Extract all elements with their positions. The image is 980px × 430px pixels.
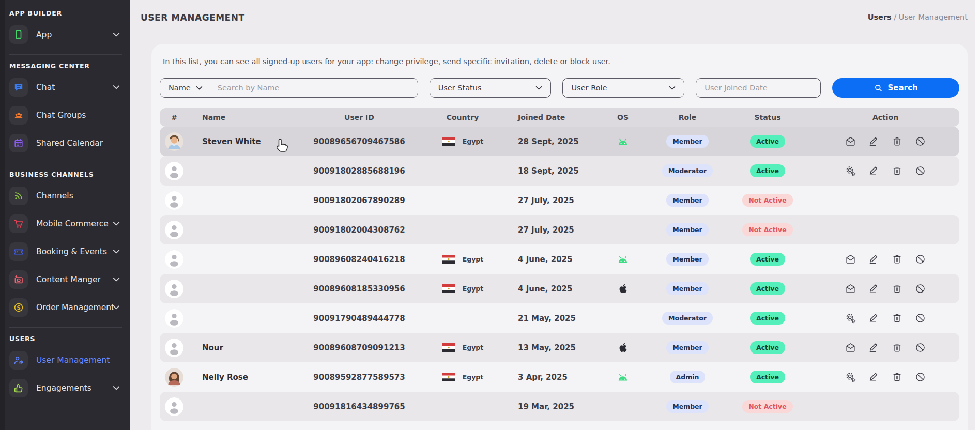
user-settings-button[interactable] [845, 372, 856, 382]
sidebar-item-label: Booking & Events [36, 247, 107, 256]
edit-user-button[interactable] [868, 372, 879, 382]
sidebar-item-booking-events[interactable]: Booking & Events [9, 240, 123, 263]
sidebar-item-chat[interactable]: Chat [9, 76, 123, 99]
search-button[interactable]: Search [832, 78, 959, 98]
android-icon [594, 255, 651, 264]
chevron-down-icon [113, 386, 120, 391]
header-name: Name [189, 113, 300, 121]
table-row[interactable]: 90091790489444778 21 May, 2025 Moderator… [160, 303, 959, 333]
search-input[interactable] [210, 84, 418, 92]
sidebar-item-chat-groups[interactable]: Chat Groups [9, 104, 123, 127]
table-row[interactable]: 90091802885688196 18 Sept, 2025 Moderato… [160, 156, 959, 186]
user-id: 90089656709467586 [300, 137, 419, 146]
block-user-button[interactable] [915, 313, 926, 324]
avatar [160, 280, 189, 298]
main-content: USER MANAGEMENT Users / User Management … [130, 0, 980, 430]
delete-user-button[interactable] [892, 136, 902, 147]
edit-user-button[interactable] [868, 283, 879, 294]
send-invitation-button[interactable] [845, 254, 856, 265]
search-icon [874, 84, 883, 93]
block-user-button[interactable] [915, 254, 926, 265]
user-role-select[interactable]: User Role [562, 78, 684, 98]
table-row[interactable]: 90089608240416218 Egypt 4 June, 2025 Mem… [160, 244, 959, 274]
table-row[interactable]: 90091816434899765 19 Mar, 2025 Member No… [160, 392, 959, 421]
send-invitation-button[interactable] [845, 136, 856, 147]
delete-user-button[interactable] [892, 283, 902, 294]
header-country: Country [419, 113, 507, 121]
delete-user-button[interactable] [892, 254, 902, 265]
status-badge: Not Active [742, 223, 792, 236]
joined-date: 28 Sept, 2025 [507, 137, 594, 146]
block-user-button[interactable] [915, 283, 926, 294]
block-user-button[interactable] [915, 372, 926, 382]
joined-date: 4 June, 2025 [507, 255, 594, 264]
sidebar-item-app[interactable]: App [9, 23, 123, 46]
trash-icon [892, 313, 902, 324]
edit-icon [868, 136, 879, 147]
role-badge: Moderator [662, 312, 713, 325]
user-name: Steven White [202, 137, 261, 146]
block-user-button[interactable] [915, 136, 926, 147]
delete-user-button[interactable] [892, 342, 902, 353]
country-label: Egypt [463, 344, 484, 351]
page-title: USER MANAGEMENT [141, 12, 245, 23]
table-row[interactable]: 90091802004308762 27 July, 2025 Member N… [160, 215, 959, 244]
search-field-selector[interactable]: Name [160, 79, 210, 97]
role-badge: Member [666, 341, 709, 354]
delete-user-button[interactable] [892, 165, 902, 176]
user-status-select[interactable]: User Status [430, 78, 552, 98]
user-settings-button[interactable] [845, 313, 856, 324]
edit-user-button[interactable] [868, 313, 879, 324]
breadcrumb-parent[interactable]: Users [868, 13, 892, 21]
sidebar-item-order-management[interactable]: Order Management [9, 296, 123, 319]
block-icon [915, 254, 926, 265]
chevron-down-icon [113, 32, 120, 37]
table-row[interactable]: Steven White 90089656709467586 Egypt 28 … [160, 127, 959, 156]
rss-icon [9, 187, 28, 205]
people-icon [9, 106, 28, 125]
role-badge: Member [666, 223, 709, 236]
sidebar-item-channels[interactable]: Channels [9, 185, 123, 207]
edit-user-button[interactable] [868, 165, 879, 176]
edit-user-button[interactable] [868, 254, 879, 265]
delete-user-button[interactable] [892, 313, 902, 324]
send-invitation-button[interactable] [845, 342, 856, 353]
edit-icon [868, 254, 879, 265]
block-user-button[interactable] [915, 165, 926, 176]
table-row[interactable]: 90089608185330956 Egypt 4 June, 2025 Mem… [160, 274, 959, 303]
mail-icon [845, 136, 856, 147]
status-badge: Active [750, 282, 785, 295]
edit-user-button[interactable] [868, 342, 879, 353]
name-search-combo: Name [160, 78, 418, 98]
egypt-flag-icon [442, 255, 455, 264]
chevron-down-icon [196, 86, 203, 90]
user-settings-button[interactable] [845, 165, 856, 176]
sidebar-item-engagements[interactable]: Engagements [9, 377, 123, 400]
sidebar-divider [9, 163, 122, 163]
joined-date: 18 Sept, 2025 [507, 166, 594, 176]
breadcrumb: Users / User Management [868, 13, 968, 21]
sidebar-item-mobile-commerce[interactable]: Mobile Commerce [9, 212, 123, 235]
status-badge: Active [750, 371, 785, 383]
breadcrumb-current: User Management [899, 13, 968, 21]
sidebar-item-content-manger[interactable]: Content Manger [9, 268, 123, 291]
scrollbar[interactable] [975, 0, 980, 430]
sidebar-item-shared-calendar[interactable]: Shared Calendar [9, 132, 123, 155]
table-row[interactable]: 90091802067890289 27 July, 2025 Member N… [160, 186, 959, 215]
table-row[interactable]: Nour 90089608709091213 Egypt 13 May, 202… [160, 333, 959, 362]
block-user-button[interactable] [915, 342, 926, 353]
table-row[interactable]: Nelly Rose 90089592877589573 Egypt 3 Apr… [160, 362, 959, 392]
gear-icon [845, 165, 856, 176]
user-id: 90091802885688196 [300, 166, 419, 176]
egypt-flag-icon [442, 284, 455, 293]
joined-date-input[interactable] [696, 78, 821, 98]
country-label: Egypt [463, 285, 484, 293]
send-invitation-button[interactable] [845, 283, 856, 294]
header-user-id: User ID [300, 113, 419, 121]
role-badge: Moderator [662, 164, 713, 177]
sidebar-item-user-management[interactable]: User Management [9, 349, 123, 372]
filter-bar: Name User Status User Role Search [160, 78, 959, 98]
header-role: Role [651, 113, 724, 121]
edit-user-button[interactable] [868, 136, 879, 147]
delete-user-button[interactable] [892, 372, 902, 382]
